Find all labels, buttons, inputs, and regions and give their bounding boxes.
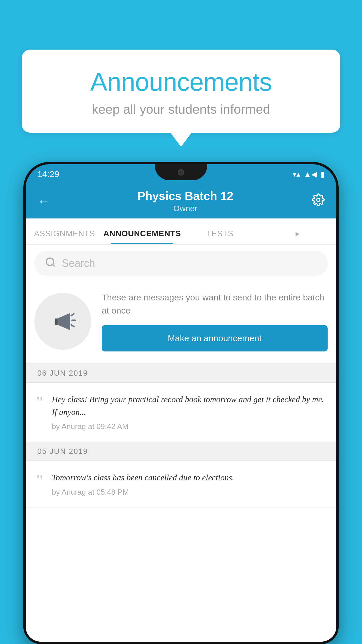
message-item-1[interactable]: " Hey class! Bring your practical record… — [26, 383, 336, 442]
search-icon — [45, 257, 56, 270]
message-content-1: Hey class! Bring your practical record b… — [52, 393, 326, 431]
app-header: ← Physics Batch 12 Owner — [26, 184, 336, 218]
status-bar: 14:29 ▾▴ ▲◀ ▮ — [26, 164, 336, 184]
svg-point-1 — [46, 258, 54, 265]
status-icons: ▾▴ ▲◀ ▮ — [293, 170, 325, 179]
header-title: Physics Batch 12 — [59, 190, 312, 203]
message-text-2: Tomorrow's class has been cancelled due … — [52, 471, 326, 484]
prompt-description: These are messages you want to send to t… — [102, 291, 328, 317]
battery-icon: ▮ — [321, 170, 325, 179]
message-meta-1: by Anurag at 09:42 AM — [52, 422, 326, 431]
quote-icon-2: " — [36, 473, 43, 489]
megaphone-icon — [48, 307, 78, 336]
tab-bar: ASSIGNMENTS ANNOUNCEMENTS TESTS ▸ — [26, 218, 336, 245]
announcement-prompt-right: These are messages you want to send to t… — [102, 291, 328, 351]
phone-content: Search These are messages you want to se… — [26, 245, 336, 642]
tab-more[interactable]: ▸ — [259, 229, 337, 244]
quote-icon-1: " — [36, 394, 43, 411]
date-header-2: 05 JUN 2019 — [26, 442, 336, 461]
status-time: 14:29 — [37, 169, 59, 179]
svg-point-0 — [317, 198, 320, 202]
power-button[interactable] — [337, 243, 339, 278]
message-content-2: Tomorrow's class has been cancelled due … — [52, 471, 326, 497]
bubble-title: Announcements — [45, 67, 317, 97]
settings-button[interactable] — [312, 193, 325, 209]
search-bar[interactable]: Search — [34, 251, 328, 276]
wifi-icon: ▾▴ — [293, 170, 300, 179]
svg-line-5 — [71, 325, 74, 327]
announcement-bubble: Announcements keep all your students inf… — [22, 50, 340, 133]
announcement-prompt: These are messages you want to send to t… — [26, 282, 336, 364]
volume-up-button[interactable] — [23, 228, 25, 252]
svg-line-2 — [52, 264, 55, 266]
signal-icon: ▲◀ — [304, 170, 317, 179]
megaphone-circle — [34, 293, 91, 350]
message-meta-2: by Anurag at 05:48 PM — [52, 488, 326, 497]
bubble-subtitle: keep all your students informed — [45, 102, 317, 117]
tab-announcements[interactable]: ANNOUNCEMENTS — [103, 229, 181, 244]
back-button[interactable]: ← — [37, 194, 50, 209]
date-header-1: 06 JUN 2019 — [26, 364, 336, 383]
header-center: Physics Batch 12 Owner — [59, 190, 312, 213]
camera — [178, 169, 184, 176]
svg-line-3 — [71, 314, 74, 316]
phone-screen: 14:29 ▾▴ ▲◀ ▮ ← Physics Batch 12 Owner — [26, 164, 336, 642]
volume-down-button[interactable] — [23, 258, 25, 281]
search-placeholder: Search — [62, 257, 95, 270]
header-subtitle: Owner — [59, 204, 312, 213]
tab-tests[interactable]: TESTS — [181, 229, 259, 244]
phone-frame: 14:29 ▾▴ ▲◀ ▮ ← Physics Batch 12 Owner — [23, 162, 339, 644]
notch — [155, 164, 207, 180]
make-announcement-button[interactable]: Make an announcement — [102, 325, 328, 351]
message-item-2[interactable]: " Tomorrow's class has been cancelled du… — [26, 461, 336, 508]
message-text-1: Hey class! Bring your practical record b… — [52, 393, 326, 419]
tab-assignments[interactable]: ASSIGNMENTS — [26, 229, 103, 244]
